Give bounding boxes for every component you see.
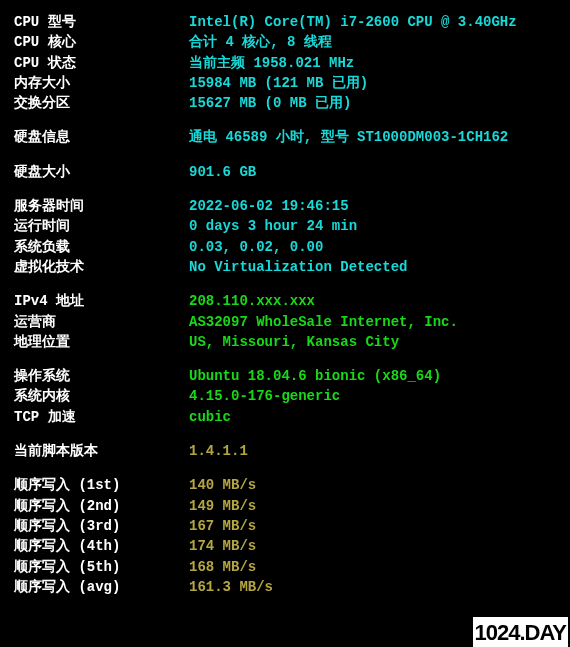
label-seq-write-4: 顺序写入 (4th) [14, 536, 189, 556]
label-disk-info: 硬盘信息 [14, 127, 189, 147]
value-seq-write-avg: 161.3 MB/s [189, 577, 273, 597]
row-seq-write-2: 顺序写入 (2nd) 149 MB/s [14, 496, 556, 516]
row-load: 系统负载 0.03, 0.02, 0.00 [14, 237, 556, 257]
terminal-output: CPU 型号 Intel(R) Core(TM) i7-2600 CPU @ 3… [0, 0, 570, 609]
label-memory: 内存大小 [14, 73, 189, 93]
label-tcp: TCP 加速 [14, 407, 189, 427]
row-cpu-model: CPU 型号 Intel(R) Core(TM) i7-2600 CPU @ 3… [14, 12, 556, 32]
row-geo: 地理位置 US, Missouri, Kansas City [14, 332, 556, 352]
label-seq-write-2: 顺序写入 (2nd) [14, 496, 189, 516]
value-geo: US, Missouri, Kansas City [189, 332, 399, 352]
label-seq-write-3: 顺序写入 (3rd) [14, 516, 189, 536]
value-seq-write-2: 149 MB/s [189, 496, 256, 516]
value-isp: AS32097 WholeSale Internet, Inc. [189, 312, 458, 332]
row-seq-write-5: 顺序写入 (5th) 168 MB/s [14, 557, 556, 577]
row-seq-write-1: 顺序写入 (1st) 140 MB/s [14, 475, 556, 495]
row-server-time: 服务器时间 2022-06-02 19:46:15 [14, 196, 556, 216]
value-virt: No Virtualization Detected [189, 257, 407, 277]
value-cpu-status: 当前主频 1958.021 MHz [189, 53, 354, 73]
value-cpu-model: Intel(R) Core(TM) i7-2600 CPU @ 3.40GHz [189, 12, 517, 32]
label-uptime: 运行时间 [14, 216, 189, 236]
row-memory: 内存大小 15984 MB (121 MB 已用) [14, 73, 556, 93]
label-seq-write-1: 顺序写入 (1st) [14, 475, 189, 495]
value-memory: 15984 MB (121 MB 已用) [189, 73, 368, 93]
row-ipv4: IPv4 地址 208.110.xxx.xxx [14, 291, 556, 311]
row-os: 操作系统 Ubuntu 18.04.6 bionic (x86_64) [14, 366, 556, 386]
label-seq-write-5: 顺序写入 (5th) [14, 557, 189, 577]
label-ipv4: IPv4 地址 [14, 291, 189, 311]
value-seq-write-5: 168 MB/s [189, 557, 256, 577]
value-swap: 15627 MB (0 MB 已用) [189, 93, 351, 113]
row-kernel: 系统内核 4.15.0-176-generic [14, 386, 556, 406]
row-seq-write-4: 顺序写入 (4th) 174 MB/s [14, 536, 556, 556]
label-isp: 运营商 [14, 312, 189, 332]
value-kernel: 4.15.0-176-generic [189, 386, 340, 406]
value-server-time: 2022-06-02 19:46:15 [189, 196, 349, 216]
row-seq-write-avg: 顺序写入 (avg) 161.3 MB/s [14, 577, 556, 597]
label-disk-size: 硬盘大小 [14, 162, 189, 182]
value-cpu-cores: 合计 4 核心, 8 线程 [189, 32, 332, 52]
value-tcp: cubic [189, 407, 231, 427]
value-script-version: 1.4.1.1 [189, 441, 248, 461]
label-cpu-model: CPU 型号 [14, 12, 189, 32]
row-disk-info: 硬盘信息 通电 46589 小时, 型号 ST1000DM003-1CH162 [14, 127, 556, 147]
value-load: 0.03, 0.02, 0.00 [189, 237, 323, 257]
label-load: 系统负载 [14, 237, 189, 257]
value-seq-write-1: 140 MB/s [189, 475, 256, 495]
value-disk-size: 901.6 GB [189, 162, 256, 182]
value-disk-info: 通电 46589 小时, 型号 ST1000DM003-1CH162 [189, 127, 508, 147]
label-kernel: 系统内核 [14, 386, 189, 406]
value-uptime: 0 days 3 hour 24 min [189, 216, 357, 236]
label-script-version: 当前脚本版本 [14, 441, 189, 461]
row-cpu-status: CPU 状态 当前主频 1958.021 MHz [14, 53, 556, 73]
row-swap: 交换分区 15627 MB (0 MB 已用) [14, 93, 556, 113]
watermark: 1024.DAY [473, 617, 568, 647]
label-virt: 虚拟化技术 [14, 257, 189, 277]
row-tcp: TCP 加速 cubic [14, 407, 556, 427]
value-seq-write-4: 174 MB/s [189, 536, 256, 556]
label-cpu-status: CPU 状态 [14, 53, 189, 73]
row-uptime: 运行时间 0 days 3 hour 24 min [14, 216, 556, 236]
row-isp: 运营商 AS32097 WholeSale Internet, Inc. [14, 312, 556, 332]
label-seq-write-avg: 顺序写入 (avg) [14, 577, 189, 597]
row-disk-size: 硬盘大小 901.6 GB [14, 162, 556, 182]
label-geo: 地理位置 [14, 332, 189, 352]
row-virt: 虚拟化技术 No Virtualization Detected [14, 257, 556, 277]
label-os: 操作系统 [14, 366, 189, 386]
value-os: Ubuntu 18.04.6 bionic (x86_64) [189, 366, 441, 386]
label-server-time: 服务器时间 [14, 196, 189, 216]
label-swap: 交换分区 [14, 93, 189, 113]
row-seq-write-3: 顺序写入 (3rd) 167 MB/s [14, 516, 556, 536]
label-cpu-cores: CPU 核心 [14, 32, 189, 52]
row-cpu-cores: CPU 核心 合计 4 核心, 8 线程 [14, 32, 556, 52]
row-script-version: 当前脚本版本 1.4.1.1 [14, 441, 556, 461]
value-seq-write-3: 167 MB/s [189, 516, 256, 536]
value-ipv4: 208.110.xxx.xxx [189, 291, 315, 311]
